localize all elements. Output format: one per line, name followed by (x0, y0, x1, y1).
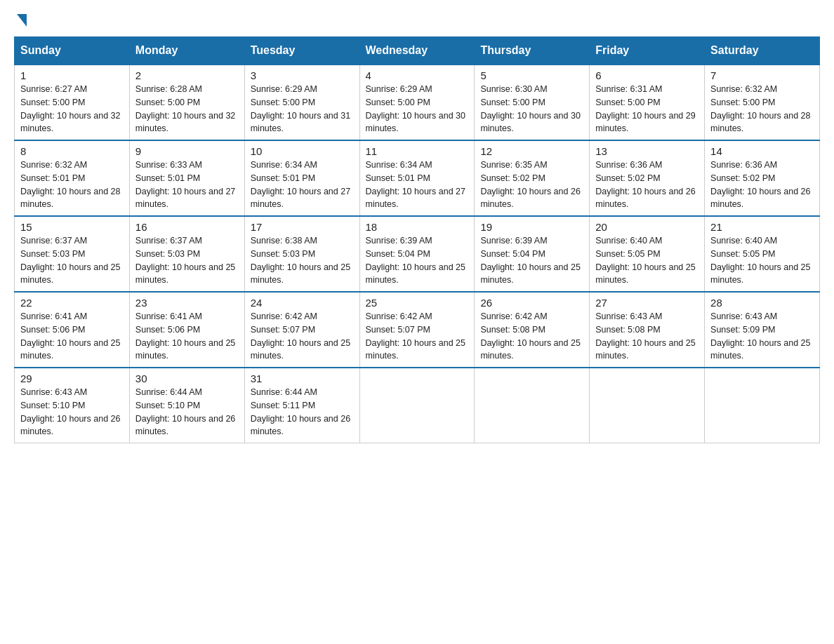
calendar-cell: 2 Sunrise: 6:28 AM Sunset: 5:00 PM Dayli… (129, 65, 244, 140)
calendar-cell: 19 Sunrise: 6:39 AM Sunset: 5:04 PM Dayl… (475, 216, 590, 292)
calendar-cell: 24 Sunrise: 6:42 AM Sunset: 5:07 PM Dayl… (244, 292, 359, 368)
calendar-week-row: 8 Sunrise: 6:32 AM Sunset: 5:01 PM Dayli… (15, 140, 820, 216)
day-number: 31 (251, 373, 354, 384)
calendar-cell: 21 Sunrise: 6:40 AM Sunset: 5:05 PM Dayl… (705, 216, 820, 292)
logo-arrow-icon (17, 14, 27, 27)
calendar-cell: 13 Sunrise: 6:36 AM Sunset: 5:02 PM Dayl… (590, 140, 705, 216)
day-info: Sunrise: 6:37 AM Sunset: 5:03 PM Dayligh… (20, 234, 124, 287)
day-info: Sunrise: 6:44 AM Sunset: 5:10 PM Dayligh… (135, 386, 239, 438)
day-info: Sunrise: 6:41 AM Sunset: 5:06 PM Dayligh… (20, 310, 124, 363)
day-number: 29 (20, 373, 124, 384)
calendar-cell: 4 Sunrise: 6:29 AM Sunset: 5:00 PM Dayli… (359, 65, 475, 140)
calendar-cell (705, 368, 820, 443)
calendar-cell: 28 Sunrise: 6:43 AM Sunset: 5:09 PM Dayl… (705, 292, 820, 368)
day-number: 21 (710, 221, 814, 233)
calendar-cell: 11 Sunrise: 6:34 AM Sunset: 5:01 PM Dayl… (359, 140, 475, 216)
day-info: Sunrise: 6:30 AM Sunset: 5:00 PM Dayligh… (480, 83, 583, 135)
day-number: 5 (480, 69, 583, 81)
day-header-tuesday: Tuesday (244, 37, 359, 65)
calendar-cell: 9 Sunrise: 6:33 AM Sunset: 5:01 PM Dayli… (129, 140, 244, 216)
day-info: Sunrise: 6:29 AM Sunset: 5:00 PM Dayligh… (251, 83, 354, 135)
day-number: 7 (710, 69, 814, 81)
day-info: Sunrise: 6:40 AM Sunset: 5:05 PM Dayligh… (595, 234, 699, 287)
day-number: 4 (366, 69, 469, 81)
day-number: 25 (366, 297, 469, 309)
calendar-cell (359, 368, 475, 443)
calendar-cell: 30 Sunrise: 6:44 AM Sunset: 5:10 PM Dayl… (129, 368, 244, 443)
day-number: 22 (20, 297, 124, 309)
logo (14, 14, 27, 22)
page-header (14, 14, 820, 22)
calendar-week-row: 29 Sunrise: 6:43 AM Sunset: 5:10 PM Dayl… (15, 368, 820, 443)
calendar-cell: 6 Sunrise: 6:31 AM Sunset: 5:00 PM Dayli… (590, 65, 705, 140)
day-info: Sunrise: 6:37 AM Sunset: 5:03 PM Dayligh… (135, 234, 239, 287)
day-header-friday: Friday (590, 37, 705, 65)
calendar-cell: 16 Sunrise: 6:37 AM Sunset: 5:03 PM Dayl… (129, 216, 244, 292)
day-number: 13 (595, 145, 699, 157)
calendar-cell: 3 Sunrise: 6:29 AM Sunset: 5:00 PM Dayli… (244, 65, 359, 140)
day-number: 16 (135, 221, 239, 233)
day-info: Sunrise: 6:43 AM Sunset: 5:10 PM Dayligh… (20, 386, 124, 438)
day-number: 24 (251, 297, 354, 309)
day-number: 26 (480, 297, 583, 309)
day-info: Sunrise: 6:31 AM Sunset: 5:00 PM Dayligh… (595, 83, 699, 135)
calendar-cell: 17 Sunrise: 6:38 AM Sunset: 5:03 PM Dayl… (244, 216, 359, 292)
day-number: 6 (595, 69, 699, 81)
day-info: Sunrise: 6:42 AM Sunset: 5:07 PM Dayligh… (366, 310, 469, 363)
calendar-cell: 1 Sunrise: 6:27 AM Sunset: 5:00 PM Dayli… (15, 65, 130, 140)
day-number: 15 (20, 221, 124, 233)
day-info: Sunrise: 6:43 AM Sunset: 5:08 PM Dayligh… (595, 310, 699, 363)
day-info: Sunrise: 6:28 AM Sunset: 5:00 PM Dayligh… (135, 83, 239, 135)
day-number: 1 (20, 69, 124, 81)
day-info: Sunrise: 6:34 AM Sunset: 5:01 PM Dayligh… (251, 159, 354, 211)
calendar-cell: 7 Sunrise: 6:32 AM Sunset: 5:00 PM Dayli… (705, 65, 820, 140)
day-number: 10 (251, 145, 354, 157)
day-info: Sunrise: 6:29 AM Sunset: 5:00 PM Dayligh… (366, 83, 469, 135)
day-number: 27 (595, 297, 699, 309)
calendar-cell: 8 Sunrise: 6:32 AM Sunset: 5:01 PM Dayli… (15, 140, 130, 216)
day-header-monday: Monday (129, 37, 244, 65)
day-number: 14 (710, 145, 814, 157)
day-header-wednesday: Wednesday (359, 37, 475, 65)
day-number: 18 (366, 221, 469, 233)
calendar-cell: 18 Sunrise: 6:39 AM Sunset: 5:04 PM Dayl… (359, 216, 475, 292)
day-info: Sunrise: 6:34 AM Sunset: 5:01 PM Dayligh… (366, 159, 469, 211)
calendar-cell: 10 Sunrise: 6:34 AM Sunset: 5:01 PM Dayl… (244, 140, 359, 216)
calendar-cell: 27 Sunrise: 6:43 AM Sunset: 5:08 PM Dayl… (590, 292, 705, 368)
calendar-cell: 14 Sunrise: 6:36 AM Sunset: 5:02 PM Dayl… (705, 140, 820, 216)
day-info: Sunrise: 6:27 AM Sunset: 5:00 PM Dayligh… (20, 83, 124, 135)
calendar-cell: 23 Sunrise: 6:41 AM Sunset: 5:06 PM Dayl… (129, 292, 244, 368)
day-number: 3 (251, 69, 354, 81)
day-info: Sunrise: 6:32 AM Sunset: 5:01 PM Dayligh… (20, 159, 124, 211)
day-info: Sunrise: 6:42 AM Sunset: 5:08 PM Dayligh… (480, 310, 583, 363)
calendar-cell: 25 Sunrise: 6:42 AM Sunset: 5:07 PM Dayl… (359, 292, 475, 368)
calendar-cell: 15 Sunrise: 6:37 AM Sunset: 5:03 PM Dayl… (15, 216, 130, 292)
day-header-sunday: Sunday (15, 37, 130, 65)
day-number: 28 (710, 297, 814, 309)
day-info: Sunrise: 6:39 AM Sunset: 5:04 PM Dayligh… (366, 234, 469, 287)
calendar-table: SundayMondayTuesdayWednesdayThursdayFrid… (14, 36, 820, 443)
calendar-week-row: 15 Sunrise: 6:37 AM Sunset: 5:03 PM Dayl… (15, 216, 820, 292)
calendar-cell: 22 Sunrise: 6:41 AM Sunset: 5:06 PM Dayl… (15, 292, 130, 368)
calendar-cell: 5 Sunrise: 6:30 AM Sunset: 5:00 PM Dayli… (475, 65, 590, 140)
calendar-cell: 26 Sunrise: 6:42 AM Sunset: 5:08 PM Dayl… (475, 292, 590, 368)
day-header-saturday: Saturday (705, 37, 820, 65)
day-number: 17 (251, 221, 354, 233)
calendar-week-row: 22 Sunrise: 6:41 AM Sunset: 5:06 PM Dayl… (15, 292, 820, 368)
day-info: Sunrise: 6:40 AM Sunset: 5:05 PM Dayligh… (710, 234, 814, 287)
calendar-cell: 20 Sunrise: 6:40 AM Sunset: 5:05 PM Dayl… (590, 216, 705, 292)
calendar-cell: 29 Sunrise: 6:43 AM Sunset: 5:10 PM Dayl… (15, 368, 130, 443)
day-info: Sunrise: 6:36 AM Sunset: 5:02 PM Dayligh… (710, 159, 814, 211)
day-number: 8 (20, 145, 124, 157)
day-info: Sunrise: 6:36 AM Sunset: 5:02 PM Dayligh… (595, 159, 699, 211)
day-number: 9 (135, 145, 239, 157)
day-info: Sunrise: 6:33 AM Sunset: 5:01 PM Dayligh… (135, 159, 239, 211)
day-number: 11 (366, 145, 469, 157)
day-header-thursday: Thursday (475, 37, 590, 65)
day-number: 23 (135, 297, 239, 309)
calendar-week-row: 1 Sunrise: 6:27 AM Sunset: 5:00 PM Dayli… (15, 65, 820, 140)
logo-text (14, 14, 27, 25)
day-number: 30 (135, 373, 239, 384)
day-info: Sunrise: 6:43 AM Sunset: 5:09 PM Dayligh… (710, 310, 814, 363)
calendar-header-row: SundayMondayTuesdayWednesdayThursdayFrid… (15, 37, 820, 65)
